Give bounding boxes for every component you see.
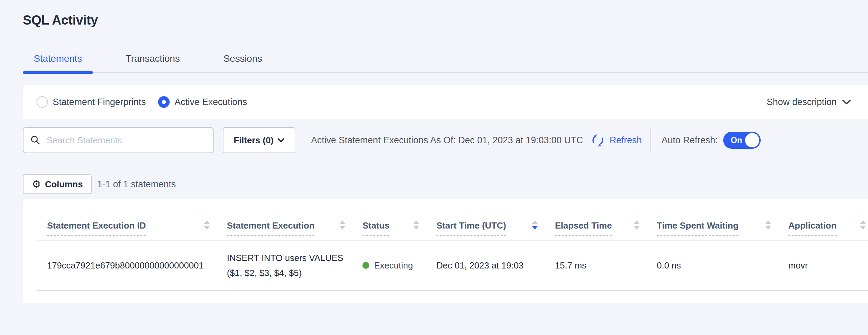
search-icon — [30, 135, 41, 145]
table-row[interactable]: 179cca7921e679b80000000000000001 INSERT … — [23, 241, 868, 290]
auto-refresh-control: Auto Refresh: On — [662, 132, 761, 149]
sort-control[interactable] — [204, 220, 210, 230]
radio-statement-fingerprints[interactable]: Statement Fingerprints — [36, 96, 146, 108]
header-elapsed-time[interactable]: Elapsed Time — [555, 220, 657, 236]
radio-label: Statement Fingerprints — [53, 97, 146, 107]
sort-control[interactable] — [413, 220, 419, 230]
table-controls-row: ⚙ Columns 1-1 of 1 statements — [23, 174, 868, 194]
row-divider — [37, 290, 868, 291]
vertical-divider — [650, 128, 651, 152]
cell-start-time: Dec 01, 2023 at 19:03 — [436, 260, 555, 271]
cell-time-spent-waiting: 0.0 ns — [657, 260, 788, 271]
columns-button[interactable]: ⚙ Columns — [23, 174, 92, 194]
header-time-spent-waiting[interactable]: Time Spent Waiting — [657, 220, 788, 236]
view-mode-card: Statement Fingerprints Active Executions… — [23, 85, 868, 119]
header-statement-execution-id[interactable]: Statement Execution ID — [47, 220, 227, 236]
chevron-down-icon — [278, 138, 284, 143]
sort-control[interactable] — [860, 220, 866, 230]
status-executing-dot-icon — [362, 262, 369, 269]
show-description-label: Show description — [766, 97, 837, 107]
auto-refresh-toggle[interactable]: On — [723, 132, 761, 149]
cell-elapsed-time: 15.7 ms — [555, 260, 657, 271]
radio-label: Active Executions — [174, 97, 247, 107]
tab-statements[interactable]: Statements — [23, 46, 93, 72]
status-text: Executing — [374, 260, 413, 271]
filters-button[interactable]: Filters (0) — [223, 127, 295, 153]
filters-label: Filters (0) — [234, 135, 274, 146]
radio-unselected-icon[interactable] — [36, 96, 48, 108]
as-of-timestamp: Active Statement Executions As Of: Dec 0… — [311, 135, 583, 146]
header-application[interactable]: Application — [788, 220, 868, 236]
columns-label: Columns — [45, 179, 83, 190]
refresh-label: Refresh — [609, 135, 642, 146]
tab-bar: Statements Transactions Sessions — [23, 46, 868, 73]
table-header-row: Statement Execution ID Statement Executi… — [23, 199, 868, 240]
tab-transactions[interactable]: Transactions — [115, 46, 191, 72]
sort-control[interactable] — [765, 220, 771, 230]
page-title: SQL Activity — [23, 12, 868, 28]
toggle-state-label: On — [731, 135, 742, 145]
toggle-knob[interactable] — [745, 133, 759, 147]
statements-table: Statement Execution ID Statement Executi… — [23, 199, 868, 303]
header-start-time[interactable]: Start Time (UTC) — [436, 220, 555, 236]
cell-application: movr — [788, 260, 868, 271]
sort-control-active-desc[interactable] — [532, 220, 538, 230]
cell-statement[interactable]: INSERT INTO users VALUES ($1, $2, $3, $4… — [227, 250, 362, 280]
tab-sessions[interactable]: Sessions — [213, 46, 273, 72]
controls-row: Filters (0) Active Statement Executions … — [23, 127, 868, 153]
header-statement-execution[interactable]: Statement Execution — [227, 220, 362, 236]
cell-status: Executing — [362, 260, 436, 271]
search-input[interactable] — [47, 135, 206, 146]
radio-active-executions[interactable]: Active Executions — [158, 96, 247, 108]
header-status[interactable]: Status — [362, 220, 436, 236]
cell-execution-id[interactable]: 179cca7921e679b80000000000000001 — [47, 260, 227, 271]
radio-selected-icon[interactable] — [158, 96, 170, 108]
auto-refresh-label: Auto Refresh: — [662, 135, 718, 146]
refresh-icon — [590, 133, 605, 148]
show-description-toggle[interactable]: Show description — [766, 97, 851, 107]
gear-icon: ⚙ — [32, 179, 41, 189]
sort-control[interactable] — [339, 220, 345, 230]
results-count: 1-1 of 1 statements — [97, 179, 176, 190]
chevron-down-icon — [842, 99, 851, 105]
sort-control[interactable] — [634, 220, 640, 230]
refresh-button[interactable]: Refresh — [590, 133, 642, 148]
search-box[interactable] — [23, 127, 214, 153]
